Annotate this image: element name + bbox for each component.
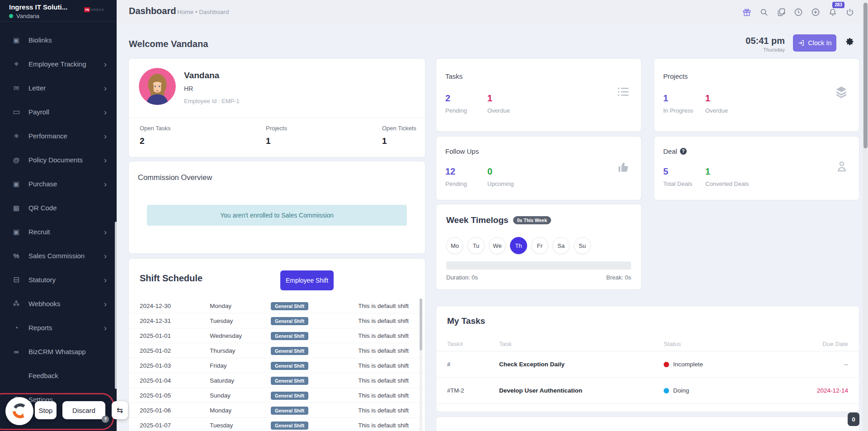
day-circle[interactable]: Th <box>510 237 527 254</box>
timelogs-title: Week Timelogs <box>446 215 509 225</box>
day-circle[interactable]: Mo <box>446 237 463 254</box>
sidebar-item-icon <box>11 36 21 44</box>
sidebar-item[interactable]: Policy Documents › <box>0 148 117 172</box>
shift-row[interactable]: 2025-01-05 Sunday General Shift This is … <box>129 388 425 403</box>
open-tickets-stat: Open Tickets 1 <box>382 125 416 146</box>
plus-circle-icon[interactable] <box>811 8 820 17</box>
shift-day: Monday <box>210 303 271 309</box>
status-dot <box>664 388 669 393</box>
chevron-right-icon: › <box>104 84 107 92</box>
sidebar-item[interactable]: Webhooks › <box>0 292 117 316</box>
chevron-right-icon: › <box>104 300 107 308</box>
shift-row[interactable]: 2025-01-02 Thursday General Shift This i… <box>129 343 425 358</box>
sidebar-item[interactable]: QR Code › <box>0 196 117 220</box>
shift-day: Sunday <box>210 392 271 399</box>
sidebar-item[interactable]: Reports › <box>0 316 117 340</box>
discard-button[interactable]: Discard <box>62 401 105 419</box>
sidebar-item[interactable]: Feedback › <box>0 364 117 388</box>
shift-row[interactable]: 2025-01-07 Tuesday General Shift This is… <box>129 418 425 431</box>
shift-day: Tuesday <box>210 422 271 429</box>
page-scrollbar[interactable] <box>863 0 868 431</box>
shift-badge: General Shift <box>271 407 308 415</box>
shift-row[interactable]: 2024-12-31 Tuesday General Shift This is… <box>129 313 425 328</box>
bell-icon[interactable] <box>828 8 837 17</box>
clock-icon[interactable] <box>794 8 803 17</box>
sidebar-item[interactable]: Recruit › <box>0 220 117 244</box>
shift-row[interactable]: 2025-01-04 Saturday General Shift This i… <box>129 373 425 388</box>
shift-note: This is default shift <box>343 422 409 429</box>
company-name[interactable]: Ingress IT Soluti... <box>9 3 67 11</box>
stop-button[interactable]: Stop <box>35 401 57 419</box>
shift-badge: General Shift <box>271 302 308 310</box>
power-icon[interactable] <box>845 8 854 17</box>
swap-arrows-button[interactable]: ⇆ <box>112 401 128 419</box>
shift-schedule-card: Shift Schedule Employee Shift 2024-12-30… <box>129 259 425 431</box>
task-row[interactable]: # Check Exception Daily Incomplete -- <box>436 351 859 378</box>
sidebar-item-icon <box>11 107 21 117</box>
clock-in-button[interactable]: Clock In <box>793 34 836 52</box>
shift-row[interactable]: 2025-01-01 Wednesday General Shift This … <box>129 328 425 343</box>
sidebar-item[interactable]: Letter › <box>0 76 117 100</box>
day-circle[interactable]: Tu <box>467 237 485 254</box>
sidebar-item[interactable]: Statutory › <box>0 268 117 292</box>
shift-badge: General Shift <box>271 347 308 355</box>
day-circle[interactable]: We <box>489 237 506 254</box>
day-circle[interactable]: Su <box>574 237 591 254</box>
thumbs-up-icon <box>617 160 630 174</box>
recorder-logo-button[interactable] <box>5 397 33 425</box>
shift-date: 2025-01-01 <box>140 332 210 339</box>
gift-icon[interactable] <box>742 8 751 17</box>
shift-day: Friday <box>210 362 271 369</box>
shift-row[interactable]: 2024-12-30 Monday General Shift This is … <box>129 298 425 313</box>
sidebar-item[interactable]: Sales Commission › <box>0 244 117 268</box>
sidebar-item[interactable]: Payroll › <box>0 100 117 124</box>
commission-alert: You aren't enrolled to Sales Commission <box>147 205 407 226</box>
my-tasks-rows: # Check Exception Daily Incomplete -- #T… <box>436 351 859 404</box>
breadcrumb[interactable]: Home • Dashboard <box>177 9 229 15</box>
chevron-right-icon: › <box>104 252 107 260</box>
shift-badge: General Shift <box>271 392 308 400</box>
week-timelogs-card: Week Timelogs 0s This Week Mo Tu We Th F… <box>436 204 641 289</box>
shift-note: This is default shift <box>343 303 409 309</box>
day-circle[interactable]: Sa <box>552 237 570 254</box>
search-icon[interactable] <box>760 8 769 17</box>
sidebar-item-icon <box>11 348 21 355</box>
task-row[interactable]: #TM-2 Develop User Authentication Doing … <box>436 378 859 404</box>
shift-date: 2025-01-06 <box>140 407 210 414</box>
online-status-dot <box>9 14 13 18</box>
task-due-date: -- <box>813 361 848 368</box>
task-name: Check Exception Daily <box>499 361 664 368</box>
tasks-overdue-metric: 1 Overdue <box>487 93 510 114</box>
sidebar-item[interactable]: Performance › <box>0 124 117 148</box>
open-tasks-stat: Open Tasks 2 <box>140 125 170 146</box>
sidebar-item-label: Sales Commission <box>28 252 85 260</box>
followups-upcoming-metric: 0 Upcoming <box>487 166 514 187</box>
help-icon[interactable]: ? <box>102 416 109 423</box>
shift-date: 2025-01-04 <box>140 377 210 384</box>
shift-badge: General Shift <box>271 317 308 325</box>
employee-shift-button[interactable]: Employee Shift <box>280 270 334 290</box>
sidebar-item[interactable]: Purchase › <box>0 172 117 196</box>
sidebar-header: Ingress IT Soluti... INGRESS Vandana <box>0 0 117 22</box>
timelogs-title-row: Week Timelogs 0s This Week <box>446 215 551 225</box>
sidebar-item[interactable]: BizCRM Whatsapp › <box>0 340 117 364</box>
deal-help-icon[interactable]: ? <box>680 148 687 155</box>
avatar[interactable] <box>139 68 176 105</box>
sidebar-scrollbar[interactable] <box>115 222 117 389</box>
login-icon <box>797 39 805 47</box>
notes-icon[interactable] <box>777 8 786 17</box>
projects-stat: Projects 1 <box>266 125 287 146</box>
task-status: Incomplete <box>664 361 813 368</box>
shift-schedule-title: Shift Schedule <box>140 273 203 284</box>
shift-list-scrollbar[interactable] <box>420 298 422 431</box>
shift-row[interactable]: 2025-01-06 Monday General Shift This is … <box>129 403 425 418</box>
dashboard-settings-gear-icon[interactable] <box>845 37 854 46</box>
shift-row[interactable]: 2025-01-03 Friday General Shift This is … <box>129 358 425 373</box>
page-scrollbar-thumb[interactable] <box>863 3 868 148</box>
day-circle[interactable]: Fr <box>531 237 548 254</box>
sidebar-item-label: Employee Tracking <box>28 60 86 68</box>
shift-list-scroll-thumb[interactable] <box>420 298 422 350</box>
sidebar-item[interactable]: Biolinks › <box>0 28 117 52</box>
sidebar-item[interactable]: Employee Tracking › <box>0 52 117 76</box>
shift-rows: 2024-12-30 Monday General Shift This is … <box>129 298 425 431</box>
